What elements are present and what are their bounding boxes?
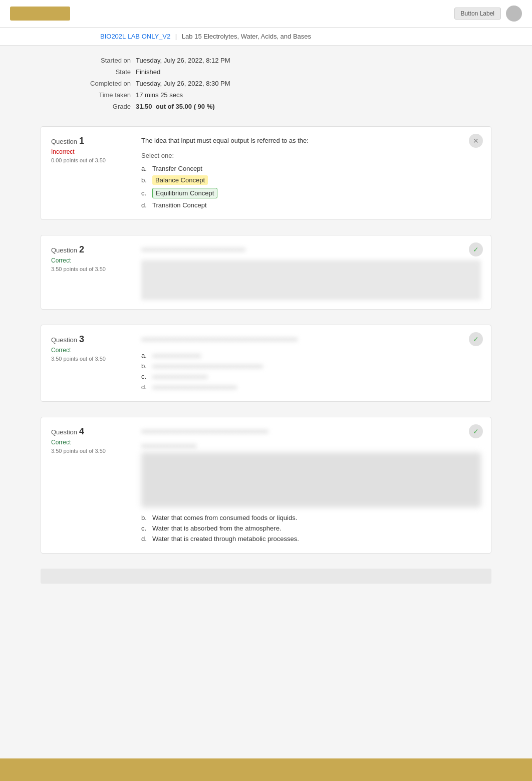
question-4-image (141, 452, 481, 507)
option-4c: c. Water that is absorbed from the atmos… (141, 523, 481, 534)
question-4-check-icon: ✓ (469, 424, 483, 438)
header: Button Label (0, 0, 532, 28)
option-3c: c. xxxxxxxxxxxxxxxxx (141, 371, 481, 382)
question-2-points: 3.50 points out of 3.50 (51, 266, 131, 272)
option-3a-text: xxxxxxxxxxxxxxx (152, 352, 201, 359)
question-3-check-icon: ✓ (469, 332, 483, 346)
avatar[interactable] (506, 6, 522, 22)
question-4-meta: Question 4 Correct 3.50 points out of 3.… (51, 426, 131, 545)
question-2-number: Question 2 (51, 244, 131, 255)
question-3-label: Question (51, 336, 77, 344)
breadcrumb-lab: Lab 15 Electrolytes, Water, Acids, and B… (182, 33, 311, 40)
question-3-meta: Question 3 Correct 3.50 points out of 3.… (51, 334, 131, 392)
option-1c-text: Equilibrium Concept (152, 188, 217, 198)
question-4-num: 4 (79, 426, 84, 437)
question-4-block: Question 4 Correct 3.50 points out of 3.… (41, 417, 491, 554)
option-4a-text: xxxxxxxxxxxxxxxxx (141, 442, 197, 449)
question-4-points: 3.50 points out of 3.50 (51, 448, 131, 454)
breadcrumb: BIO202L LAB ONLY_V2 | Lab 15 Electrolyte… (0, 28, 532, 46)
option-4c-text: Water that is absorbed from the atmosphe… (152, 525, 281, 532)
question-1-select-label: Select one: (141, 152, 481, 159)
state-label: State (41, 67, 131, 77)
question-1-check-icon: ✕ (469, 134, 483, 148)
question-1-number: Question 1 (51, 136, 131, 146)
option-1a-label: a. (141, 165, 149, 172)
question-3-points: 3.50 points out of 3.50 (51, 356, 131, 362)
question-1-block: Question 1 Incorrect 0.00 points out of … (41, 126, 491, 220)
question-1-points: 0.00 points out of 3.50 (51, 157, 131, 163)
question-4-water-options: b. Water that comes from consumed foods … (141, 512, 481, 544)
breadcrumb-course[interactable]: BIO202L LAB ONLY_V2 (100, 33, 170, 40)
question-4-option-a-area: xxxxxxxxxxxxxxxxx (141, 442, 481, 449)
question-1-status: Incorrect (51, 148, 131, 155)
question-1-options: a. Transfer Concept b. Balance Concept c… (141, 163, 481, 210)
started-on-label: Started on (41, 56, 131, 65)
question-2-status: Correct (51, 257, 131, 264)
question-3-num: 3 (79, 334, 84, 345)
question-1-num: 1 (79, 136, 84, 146)
question-2-label: Question (51, 246, 77, 254)
page-footer (0, 758, 532, 781)
time-taken-value: 17 mins 25 secs (136, 90, 491, 100)
question-3-number: Question 3 (51, 334, 131, 345)
question-3-block: Question 3 Correct 3.50 points out of 3.… (41, 325, 491, 402)
question-2-text: xxxxxxxxxxxxxxxxxxxxxxxxxxxxxxxx (141, 244, 481, 254)
option-1d: d. Transition Concept (141, 200, 481, 210)
option-4b-text: Water that comes from consumed foods or … (152, 514, 297, 522)
main-content: Started on Tuesday, July 26, 2022, 8:12 … (41, 46, 491, 604)
option-4d: d. Water that is created through metabol… (141, 534, 481, 544)
option-1c: c. Equilibrium Concept (141, 186, 481, 200)
question-3-status: Correct (51, 347, 131, 354)
time-taken-label: Time taken (41, 90, 131, 100)
question-3-text: xxxxxxxxxxxxxxxxxxxxxxxxxxxxxxxxxxxxxxxx… (141, 334, 481, 344)
option-3c-text: xxxxxxxxxxxxxxxxx (152, 373, 208, 380)
question-1-text: The idea that input must equal output is… (141, 136, 481, 146)
option-1a-text: Transfer Concept (152, 165, 202, 172)
option-1b: b. Balance Concept (141, 174, 481, 186)
question-4-number: Question 4 (51, 426, 131, 437)
question-4-content: xxxxxxxxxxxxxxxxxxxxxxxxxxxxxxxxxxxxxxx … (141, 426, 481, 545)
completed-on-value: Tuesday, July 26, 2022, 8:30 PM (136, 79, 491, 88)
option-1d-label: d. (141, 201, 149, 209)
header-right: Button Label (454, 6, 522, 22)
question-4-label: Question (51, 428, 77, 436)
question-1-content: The idea that input must equal output is… (141, 136, 481, 210)
grade-out-of: out of 35.00 ( 90 %) (156, 103, 215, 110)
option-1c-label: c. (141, 189, 149, 197)
started-on-value: Tuesday, July 26, 2022, 8:12 PM (136, 56, 491, 65)
option-1b-text: Balance Concept (152, 175, 208, 185)
question-label: Question (51, 138, 77, 145)
option-3a: a. xxxxxxxxxxxxxxx (141, 350, 481, 361)
logo[interactable] (10, 7, 70, 21)
question-2-block: Question 2 Correct 3.50 points out of 3.… (41, 235, 491, 310)
option-3d-text: xxxxxxxxxxxxxxxxxxxxxxxxxx (152, 383, 237, 391)
question-3-content: xxxxxxxxxxxxxxxxxxxxxxxxxxxxxxxxxxxxxxxx… (141, 334, 481, 392)
question-2-check-icon: ✓ (469, 242, 483, 256)
question-2-content: xxxxxxxxxxxxxxxxxxxxxxxxxxxxxxxx (141, 244, 481, 301)
question-4-status: Correct (51, 439, 131, 446)
option-4d-text: Water that is created through metabolic … (152, 535, 299, 543)
option-1b-label: b. (141, 176, 149, 184)
quiz-info: Started on Tuesday, July 26, 2022, 8:12 … (41, 56, 491, 111)
option-3b-text: xxxxxxxxxxxxxxxxxxxxxxxxxxxxxxxxxx (152, 362, 263, 370)
option-4b: b. Water that comes from consumed foods … (141, 512, 481, 523)
question-3-options: a. xxxxxxxxxxxxxxx b. xxxxxxxxxxxxxxxxxx… (141, 350, 481, 392)
question-2-answer-area (141, 260, 481, 300)
completed-on-label: Completed on (41, 79, 131, 88)
breadcrumb-separator: | (175, 33, 177, 40)
option-3d: d. xxxxxxxxxxxxxxxxxxxxxxxxxx (141, 382, 481, 392)
option-1d-text: Transition Concept (152, 201, 207, 209)
footer-bar (41, 569, 491, 584)
question-2-meta: Question 2 Correct 3.50 points out of 3.… (51, 244, 131, 301)
header-button[interactable]: Button Label (454, 8, 501, 20)
grade-label: Grade (41, 102, 131, 111)
question-2-num: 2 (79, 244, 84, 255)
grade-value: 31.50 out of 35.00 ( 90 %) (136, 102, 491, 111)
state-value: Finished (136, 67, 491, 77)
option-3b: b. xxxxxxxxxxxxxxxxxxxxxxxxxxxxxxxxxx (141, 361, 481, 371)
option-1a: a. Transfer Concept (141, 163, 481, 174)
question-1-meta: Question 1 Incorrect 0.00 points out of … (51, 136, 131, 210)
question-4-text: xxxxxxxxxxxxxxxxxxxxxxxxxxxxxxxxxxxxxxx (141, 426, 481, 436)
